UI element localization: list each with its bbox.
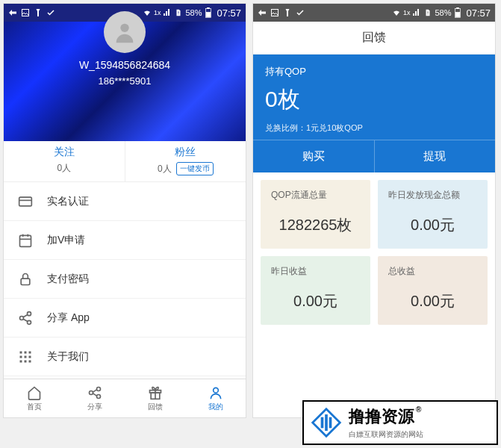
qop-amount: 0枚	[265, 84, 483, 115]
svg-point-31	[96, 387, 100, 391]
menu-v-apply[interactable]: 加V申请	[4, 221, 246, 260]
svg-point-16	[28, 320, 31, 324]
avatar[interactable]	[104, 11, 146, 53]
nav-mine[interactable]: 我的	[185, 379, 246, 417]
svg-rect-4	[208, 7, 210, 8]
svg-point-6	[120, 24, 128, 32]
fans-count: 0人	[158, 163, 172, 175]
fans-label: 粉丝	[125, 146, 246, 159]
registered-mark: ®	[416, 405, 421, 414]
card-label: QOP流通总量	[271, 189, 360, 202]
check-icon	[296, 8, 305, 17]
follow-label: 关注	[4, 146, 125, 159]
card-value: 0.00元	[388, 291, 477, 311]
svg-point-30	[89, 391, 93, 394]
username: W_1594856824684	[79, 59, 170, 71]
fans-tab[interactable]: 粉丝 0人 一键发币	[125, 141, 246, 181]
svg-line-34	[93, 393, 96, 395]
nav-home[interactable]: 首页	[4, 379, 64, 417]
card-total-profit: 总收益 0.00元	[378, 256, 488, 325]
nav-reward[interactable]: 回馈	[125, 379, 185, 417]
check-icon	[46, 8, 55, 17]
card-label: 昨日发放现金总额	[388, 189, 477, 202]
picture-icon	[270, 8, 279, 17]
status-bar: 1x 58% 07:57	[253, 4, 495, 22]
svg-rect-19	[20, 351, 22, 353]
menu-about[interactable]: 关于我们	[4, 337, 246, 376]
profile-header: W_1594856824684 186****5901	[4, 22, 246, 141]
follow-count: 0人	[57, 162, 71, 175]
svg-rect-20	[25, 351, 27, 353]
card-icon	[17, 193, 34, 210]
svg-rect-7	[19, 197, 32, 206]
battery-icon	[204, 8, 213, 17]
buy-button[interactable]: 购买	[253, 140, 374, 172]
card-value: 1282265枚	[271, 215, 360, 235]
svg-point-15	[20, 316, 24, 320]
user-icon	[208, 385, 223, 400]
card-value: 0.00元	[388, 215, 477, 235]
svg-rect-2	[178, 14, 179, 15]
stats-row: 关注 0人 粉丝 0人 一键发币	[4, 141, 246, 182]
nav-label: 首页	[27, 402, 42, 412]
stat-grid: QOP流通总量 1282265枚 昨日发放现金总额 0.00元 昨日收益 0.0…	[253, 172, 495, 332]
share-icon	[17, 310, 34, 326]
flashlight-icon	[34, 8, 43, 17]
svg-rect-13	[21, 279, 30, 284]
card-yesterday-profit: 昨日收益 0.00元	[261, 256, 370, 325]
share2-icon	[87, 385, 102, 400]
svg-rect-27	[29, 360, 31, 362]
svg-line-17	[23, 314, 28, 317]
nav-label: 回馈	[148, 402, 163, 412]
sim-alert-icon	[174, 8, 183, 17]
menu-share-app[interactable]: 分享 App	[4, 299, 246, 337]
follow-tab[interactable]: 关注 0人	[4, 141, 125, 181]
signal-icon	[412, 8, 421, 17]
menu-list: 实名认证 加V申请 支付密码 分享 App 关于我们 联系客服 微信：24	[4, 182, 246, 379]
svg-point-14	[28, 311, 31, 315]
wifi-icon	[143, 8, 152, 17]
svg-rect-46	[325, 414, 328, 431]
menu-label: 分享 App	[47, 311, 232, 325]
phone-right: 1x 58% 07:57 回馈 持有QOP 0枚 兑换比例：1元兑10枚QOP …	[252, 3, 496, 418]
svg-rect-41	[428, 14, 429, 15]
svg-point-32	[96, 394, 100, 398]
svg-rect-43	[457, 7, 459, 8]
signal-icon	[163, 8, 172, 17]
nav-label: 我的	[208, 402, 223, 412]
clock-text: 07:57	[217, 7, 241, 19]
card-circulation: QOP流通总量 1282265枚	[261, 180, 370, 249]
qop-card: 持有QOP 0枚 兑换比例：1元兑10枚QOP 购买 提现	[253, 55, 495, 172]
nav-share[interactable]: 分享	[64, 379, 125, 417]
card-value: 0.00元	[271, 291, 360, 311]
battery-text: 58%	[185, 8, 202, 17]
sim-alert-icon	[423, 8, 432, 17]
svg-rect-5	[207, 12, 211, 16]
battery-text: 58%	[435, 8, 451, 17]
svg-rect-25	[20, 360, 22, 362]
svg-rect-24	[29, 355, 31, 358]
svg-rect-39	[272, 10, 278, 16]
withdraw-button[interactable]: 提现	[374, 140, 496, 172]
menu-pay-password[interactable]: 支付密码	[4, 260, 246, 299]
lock-icon	[17, 271, 34, 287]
watermark-subtitle: 白嫖互联网资源的网站	[349, 429, 423, 440]
watermark-title: 撸撸资源	[349, 405, 414, 428]
svg-line-33	[93, 389, 96, 391]
svg-rect-44	[456, 12, 461, 16]
menu-label: 加V申请	[47, 234, 232, 247]
signal-type: 1x	[403, 9, 411, 16]
svg-rect-40	[428, 11, 429, 13]
svg-rect-0	[22, 10, 29, 16]
menu-realname[interactable]: 实名认证	[4, 182, 246, 221]
battery-icon	[453, 8, 462, 17]
page-title: 回馈	[253, 22, 495, 55]
bottom-nav: 首页 分享 回馈 我的	[4, 379, 246, 417]
issue-coin-button[interactable]: 一键发币	[176, 162, 214, 175]
svg-rect-21	[29, 351, 31, 353]
calendar-icon	[17, 232, 34, 249]
clock-text: 07:57	[466, 7, 491, 19]
svg-rect-9	[20, 235, 31, 246]
menu-label: 关于我们	[47, 350, 232, 364]
svg-line-18	[23, 319, 28, 321]
